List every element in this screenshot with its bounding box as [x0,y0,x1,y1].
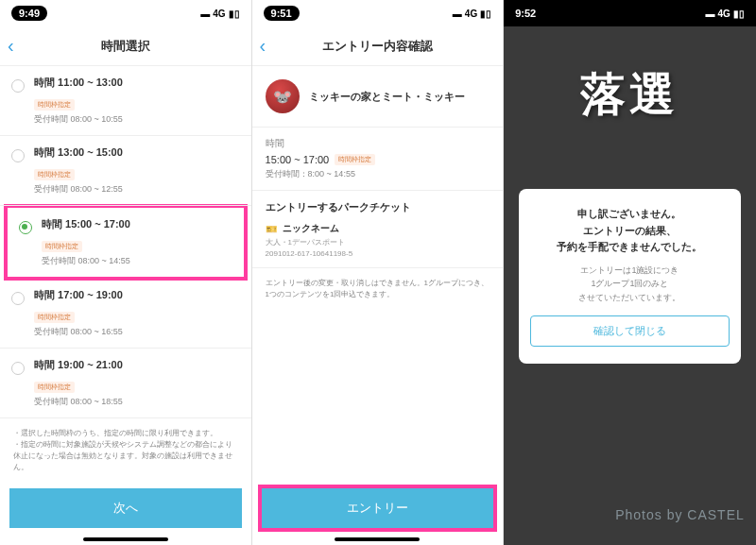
status-icons: ▬ 4G ▮▯ [453,9,491,19]
reception-time: 受付時間：8:00 ~ 14:55 [266,168,490,180]
slot-title: 時間 17:00 ~ 19:00 [34,288,238,302]
screen-time-select: 9:49 ▬ 4G ▮▯ ‹ 時間選択 時間 11:00 ~ 13:00 時間枠… [0,0,252,545]
signal-icon: ▬ [705,9,714,19]
radio-icon[interactable] [11,149,25,162]
result-text: 落選 [504,64,756,125]
battery-icon: ▮▯ [733,9,745,19]
status-bar: 9:52 ▬ 4G ▮▯ [504,0,756,26]
watermark: Photos by CASTEL [615,507,745,522]
radio-icon[interactable] [11,292,25,305]
slot-sub: 受付時間 08:00 ~ 10:55 [34,113,238,126]
status-time: 9:52 [515,8,536,19]
notes: ・選択した時間枠のうち、指定の時間に限り利用できます。 ・指定の時間に対象施設が… [0,418,251,483]
badge: 時間枠指定 [34,99,75,111]
back-chevron-icon[interactable]: ‹ [8,35,14,57]
home-indicator[interactable] [83,537,168,541]
page-title: 時間選択 [101,38,150,55]
radio-selected-icon[interactable] [19,221,32,234]
page-title: エントリー内容確認 [322,38,433,55]
signal-icon: ▬ [200,9,210,19]
next-button[interactable]: 次へ [9,488,242,528]
header: ‹ 時間選択 [0,26,251,66]
highlight-frame: 時間 15:00 ~ 17:00 時間枠指定 受付時間 08:00 ~ 14:5… [4,204,248,281]
badge: 時間枠指定 [34,312,75,323]
home-indicator[interactable] [335,537,420,541]
ticket-id: 2091012-617-10641198-5 [266,249,490,258]
slot-sub: 受付時間 08:00 ~ 14:55 [42,255,231,267]
modal-note: エントリーは1施設につき 1グループ1回のみと させていただいています。 [530,264,730,304]
header: ‹ エントリー内容確認 [252,26,504,66]
slot-sub: 受付時間 08:00 ~ 18:55 [34,396,238,408]
time-section: 時間 15:00 ~ 17:00 時間枠指定 受付時間：8:00 ~ 14:55 [252,128,504,191]
confirm-close-button[interactable]: 確認して閉じる [530,315,730,347]
badge: 時間枠指定 [34,169,75,180]
screen-entry-confirm: 9:51 ▬ 4G ▮▯ ‹ エントリー内容確認 🐭 ミッキーの家とミート・ミッ… [252,0,505,545]
section-label: 時間 [266,137,490,150]
status-icons: ▬ 4G ▮▯ [705,9,744,19]
time-slot[interactable]: 時間 19:00 ~ 21:00 時間枠指定 受付時間 08:00 ~ 18:5… [0,349,251,418]
time-value: 15:00 ~ 17:00 [266,154,330,165]
slot-title: 時間 13:00 ~ 15:00 [34,145,238,160]
slot-title: 時間 19:00 ~ 21:00 [34,358,238,372]
screen-result: 9:52 ▬ 4G ▮▯ 落選 申し訳ございません。 エントリーの結果、 予約を… [504,0,756,545]
slot-title: 時間 11:00 ~ 13:00 [34,76,238,90]
result-modal: 申し訳ございません。 エントリーの結果、 予約を手配できませんでした。 エントリ… [519,189,741,364]
radio-icon[interactable] [11,79,25,93]
slot-sub: 受付時間 08:00 ~ 12:55 [34,183,238,196]
status-icons: ▬ 4G ▮▯ [200,9,239,19]
signal-icon: ▬ [453,9,462,19]
battery-icon: ▮▯ [480,9,491,19]
ticket-name: ニックネーム [283,222,339,235]
radio-icon[interactable] [11,362,25,375]
section-title: エントリーするパークチケット [266,200,490,214]
highlight-frame: エントリー [258,485,498,532]
time-slot[interactable]: 時間 17:00 ~ 19:00 時間枠指定 受付時間 08:00 ~ 16:5… [0,279,251,349]
attraction-avatar: 🐭 [266,79,300,113]
back-chevron-icon[interactable]: ‹ [260,35,266,57]
time-slot-selected[interactable]: 時間 15:00 ~ 17:00 時間枠指定 受付時間 08:00 ~ 14:5… [8,208,244,277]
ticket-section: エントリーするパークチケット 🎫 ニックネーム 大人・1デーパスポート 2091… [252,191,504,268]
ticket-type: 大人・1デーパスポート [266,237,490,247]
status-time: 9:51 [264,6,300,21]
entry-button[interactable]: エントリー [262,488,494,528]
status-bar: 9:51 ▬ 4G ▮▯ [252,0,504,26]
badge: 時間枠指定 [335,154,375,165]
slot-title: 時間 15:00 ~ 17:00 [42,217,231,231]
attraction-name: ミッキーの家とミート・ミッキー [309,90,465,104]
ticket-icon: 🎫 [266,224,277,234]
time-slot[interactable]: 時間 13:00 ~ 15:00 時間枠指定 受付時間 08:00 ~ 12:5… [0,136,251,206]
modal-message: 申し訳ございません。 エントリーの結果、 予約を手配できませんでした。 [530,206,730,256]
badge: 時間枠指定 [42,241,82,252]
attraction-row: 🐭 ミッキーの家とミート・ミッキー [252,66,504,128]
badge: 時間枠指定 [34,382,75,393]
warning-text: エントリー後の変更・取り消しはできません。1グループにつき、1つのコンテンツを1… [252,268,504,310]
slot-sub: 受付時間 08:00 ~ 16:55 [34,326,238,338]
status-time: 9:49 [11,6,47,21]
time-slot[interactable]: 時間 11:00 ~ 13:00 時間枠指定 受付時間 08:00 ~ 10:5… [0,66,251,136]
status-bar: 9:49 ▬ 4G ▮▯ [0,0,251,26]
battery-icon: ▮▯ [229,9,240,19]
